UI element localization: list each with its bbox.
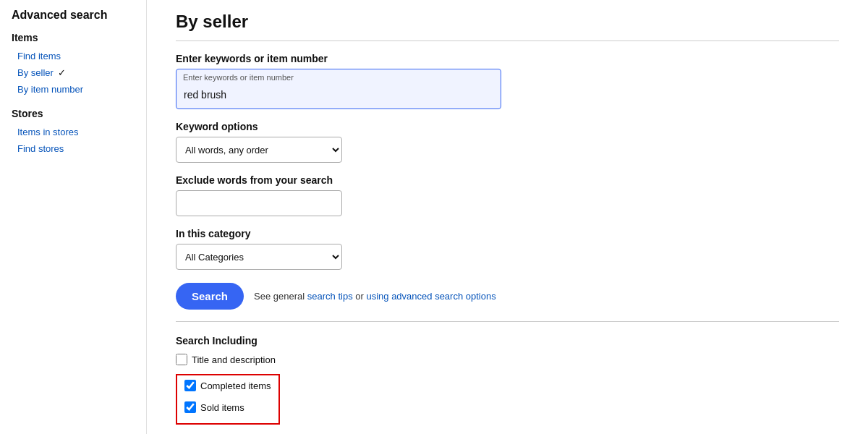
search-including-section: Search Including Title and description C… <box>176 335 839 425</box>
advanced-search-options-link[interactable]: using advanced search options <box>366 291 495 302</box>
search-row: Search See general search tips or using … <box>176 283 839 322</box>
sidebar-section-stores: Stores <box>12 108 135 119</box>
exclude-section: Exclude words from your search <box>176 174 839 216</box>
main-content: By seller Enter keywords or item number … <box>147 0 868 434</box>
exclude-label: Exclude words from your search <box>176 174 839 186</box>
keyword-input-wrapper: Enter keywords or item number <box>176 69 501 109</box>
page-title: By seller <box>176 12 839 41</box>
keyword-options-section: Keyword options All words, any order <box>176 121 839 163</box>
exclude-input[interactable] <box>176 190 342 216</box>
keyword-options-label: Keyword options <box>176 121 839 132</box>
keyword-input[interactable] <box>176 69 501 109</box>
completed-items-label: Completed items <box>200 380 271 391</box>
sold-items-checkbox[interactable] <box>184 401 196 413</box>
search-tips-link[interactable]: search tips <box>307 291 353 302</box>
sidebar-item-items-in-stores[interactable]: Items in stores <box>12 124 135 140</box>
by-seller-checkmark: ✓ <box>58 67 66 78</box>
category-select[interactable]: All Categories <box>176 244 342 270</box>
keyword-label: Enter keywords or item number <box>176 53 839 64</box>
checked-group-box: Completed items Sold items <box>176 374 280 425</box>
sidebar: Advanced search Items Find items By sell… <box>0 0 147 434</box>
title-desc-checkbox[interactable] <box>176 354 187 365</box>
completed-items-checkbox[interactable] <box>184 380 196 391</box>
sidebar-item-find-items[interactable]: Find items <box>12 48 135 64</box>
keyword-section: Enter keywords or item number Enter keyw… <box>176 53 839 109</box>
search-button[interactable]: Search <box>176 283 244 310</box>
title-desc-label: Title and description <box>192 354 276 365</box>
search-including-title: Search Including <box>176 335 839 346</box>
keyword-options-select[interactable]: All words, any order <box>176 137 342 163</box>
sidebar-item-find-stores[interactable]: Find stores <box>12 140 135 157</box>
category-label: In this category <box>176 228 839 239</box>
sidebar-item-by-seller[interactable]: By seller ✓ <box>12 64 135 81</box>
sidebar-item-by-item-number[interactable]: By item number <box>12 81 135 98</box>
sidebar-section-items: Items <box>12 32 135 43</box>
completed-items-row: Completed items <box>184 380 271 391</box>
sidebar-title: Advanced search <box>12 9 135 22</box>
sold-items-label: Sold items <box>200 402 244 413</box>
title-desc-row: Title and description <box>176 354 839 365</box>
search-tips-text: See general search tips or using advance… <box>254 291 496 302</box>
category-section: In this category All Categories <box>176 228 839 270</box>
sold-items-row: Sold items <box>184 401 271 413</box>
